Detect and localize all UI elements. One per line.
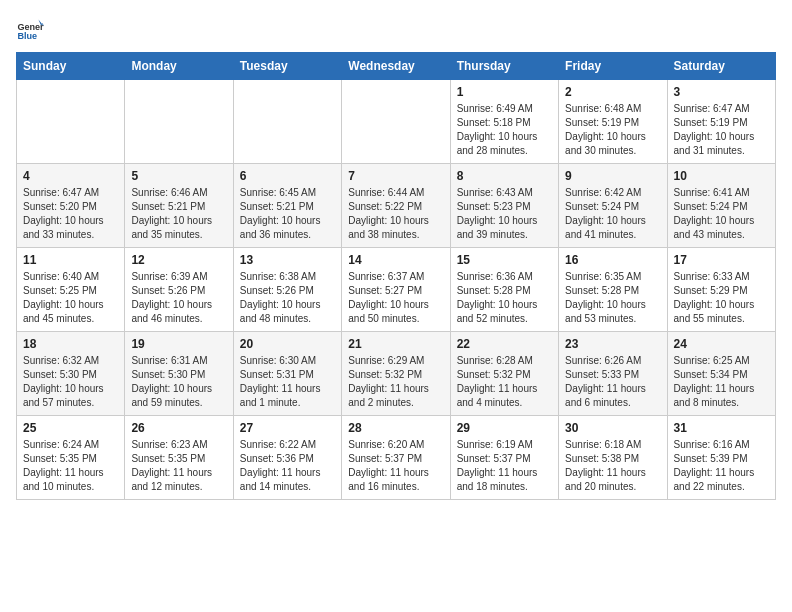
day-number: 22 bbox=[457, 337, 552, 351]
day-number: 24 bbox=[674, 337, 769, 351]
day-info: Sunrise: 6:35 AMSunset: 5:28 PMDaylight:… bbox=[565, 270, 660, 326]
calendar-cell: 5Sunrise: 6:46 AMSunset: 5:21 PMDaylight… bbox=[125, 164, 233, 248]
calendar-cell bbox=[125, 80, 233, 164]
day-info: Sunrise: 6:45 AMSunset: 5:21 PMDaylight:… bbox=[240, 186, 335, 242]
header-monday: Monday bbox=[125, 53, 233, 80]
day-number: 27 bbox=[240, 421, 335, 435]
day-info: Sunrise: 6:32 AMSunset: 5:30 PMDaylight:… bbox=[23, 354, 118, 410]
day-header-row: SundayMondayTuesdayWednesdayThursdayFrid… bbox=[17, 53, 776, 80]
day-number: 2 bbox=[565, 85, 660, 99]
day-info: Sunrise: 6:44 AMSunset: 5:22 PMDaylight:… bbox=[348, 186, 443, 242]
week-row-5: 25Sunrise: 6:24 AMSunset: 5:35 PMDayligh… bbox=[17, 416, 776, 500]
day-number: 18 bbox=[23, 337, 118, 351]
day-number: 15 bbox=[457, 253, 552, 267]
day-info: Sunrise: 6:40 AMSunset: 5:25 PMDaylight:… bbox=[23, 270, 118, 326]
day-number: 8 bbox=[457, 169, 552, 183]
day-info: Sunrise: 6:18 AMSunset: 5:38 PMDaylight:… bbox=[565, 438, 660, 494]
day-info: Sunrise: 6:33 AMSunset: 5:29 PMDaylight:… bbox=[674, 270, 769, 326]
day-info: Sunrise: 6:19 AMSunset: 5:37 PMDaylight:… bbox=[457, 438, 552, 494]
calendar-cell: 14Sunrise: 6:37 AMSunset: 5:27 PMDayligh… bbox=[342, 248, 450, 332]
day-info: Sunrise: 6:47 AMSunset: 5:19 PMDaylight:… bbox=[674, 102, 769, 158]
day-number: 17 bbox=[674, 253, 769, 267]
calendar-cell: 30Sunrise: 6:18 AMSunset: 5:38 PMDayligh… bbox=[559, 416, 667, 500]
calendar-cell: 27Sunrise: 6:22 AMSunset: 5:36 PMDayligh… bbox=[233, 416, 341, 500]
calendar-cell: 10Sunrise: 6:41 AMSunset: 5:24 PMDayligh… bbox=[667, 164, 775, 248]
calendar-cell: 24Sunrise: 6:25 AMSunset: 5:34 PMDayligh… bbox=[667, 332, 775, 416]
day-number: 1 bbox=[457, 85, 552, 99]
calendar-cell: 31Sunrise: 6:16 AMSunset: 5:39 PMDayligh… bbox=[667, 416, 775, 500]
day-info: Sunrise: 6:38 AMSunset: 5:26 PMDaylight:… bbox=[240, 270, 335, 326]
calendar-cell: 29Sunrise: 6:19 AMSunset: 5:37 PMDayligh… bbox=[450, 416, 558, 500]
day-info: Sunrise: 6:48 AMSunset: 5:19 PMDaylight:… bbox=[565, 102, 660, 158]
calendar-cell: 25Sunrise: 6:24 AMSunset: 5:35 PMDayligh… bbox=[17, 416, 125, 500]
calendar-cell: 11Sunrise: 6:40 AMSunset: 5:25 PMDayligh… bbox=[17, 248, 125, 332]
calendar-cell bbox=[342, 80, 450, 164]
week-row-1: 1Sunrise: 6:49 AMSunset: 5:18 PMDaylight… bbox=[17, 80, 776, 164]
day-number: 16 bbox=[565, 253, 660, 267]
calendar-cell: 28Sunrise: 6:20 AMSunset: 5:37 PMDayligh… bbox=[342, 416, 450, 500]
calendar-cell: 8Sunrise: 6:43 AMSunset: 5:23 PMDaylight… bbox=[450, 164, 558, 248]
day-number: 26 bbox=[131, 421, 226, 435]
calendar-cell: 9Sunrise: 6:42 AMSunset: 5:24 PMDaylight… bbox=[559, 164, 667, 248]
calendar-cell: 19Sunrise: 6:31 AMSunset: 5:30 PMDayligh… bbox=[125, 332, 233, 416]
day-number: 6 bbox=[240, 169, 335, 183]
calendar-cell: 23Sunrise: 6:26 AMSunset: 5:33 PMDayligh… bbox=[559, 332, 667, 416]
day-number: 25 bbox=[23, 421, 118, 435]
week-row-4: 18Sunrise: 6:32 AMSunset: 5:30 PMDayligh… bbox=[17, 332, 776, 416]
day-number: 31 bbox=[674, 421, 769, 435]
day-number: 21 bbox=[348, 337, 443, 351]
day-info: Sunrise: 6:42 AMSunset: 5:24 PMDaylight:… bbox=[565, 186, 660, 242]
header-saturday: Saturday bbox=[667, 53, 775, 80]
week-row-3: 11Sunrise: 6:40 AMSunset: 5:25 PMDayligh… bbox=[17, 248, 776, 332]
day-info: Sunrise: 6:43 AMSunset: 5:23 PMDaylight:… bbox=[457, 186, 552, 242]
day-info: Sunrise: 6:25 AMSunset: 5:34 PMDaylight:… bbox=[674, 354, 769, 410]
header-tuesday: Tuesday bbox=[233, 53, 341, 80]
day-number: 13 bbox=[240, 253, 335, 267]
calendar-cell: 21Sunrise: 6:29 AMSunset: 5:32 PMDayligh… bbox=[342, 332, 450, 416]
calendar-cell: 26Sunrise: 6:23 AMSunset: 5:35 PMDayligh… bbox=[125, 416, 233, 500]
calendar-cell: 6Sunrise: 6:45 AMSunset: 5:21 PMDaylight… bbox=[233, 164, 341, 248]
calendar-cell: 18Sunrise: 6:32 AMSunset: 5:30 PMDayligh… bbox=[17, 332, 125, 416]
day-number: 4 bbox=[23, 169, 118, 183]
day-number: 23 bbox=[565, 337, 660, 351]
day-info: Sunrise: 6:24 AMSunset: 5:35 PMDaylight:… bbox=[23, 438, 118, 494]
day-info: Sunrise: 6:26 AMSunset: 5:33 PMDaylight:… bbox=[565, 354, 660, 410]
day-info: Sunrise: 6:23 AMSunset: 5:35 PMDaylight:… bbox=[131, 438, 226, 494]
page-header: General Blue bbox=[16, 16, 776, 44]
day-number: 11 bbox=[23, 253, 118, 267]
day-number: 14 bbox=[348, 253, 443, 267]
calendar-cell: 17Sunrise: 6:33 AMSunset: 5:29 PMDayligh… bbox=[667, 248, 775, 332]
header-wednesday: Wednesday bbox=[342, 53, 450, 80]
day-number: 30 bbox=[565, 421, 660, 435]
header-thursday: Thursday bbox=[450, 53, 558, 80]
day-number: 3 bbox=[674, 85, 769, 99]
day-info: Sunrise: 6:30 AMSunset: 5:31 PMDaylight:… bbox=[240, 354, 335, 410]
day-number: 12 bbox=[131, 253, 226, 267]
calendar-cell: 2Sunrise: 6:48 AMSunset: 5:19 PMDaylight… bbox=[559, 80, 667, 164]
calendar-cell: 15Sunrise: 6:36 AMSunset: 5:28 PMDayligh… bbox=[450, 248, 558, 332]
day-info: Sunrise: 6:41 AMSunset: 5:24 PMDaylight:… bbox=[674, 186, 769, 242]
logo-icon: General Blue bbox=[16, 16, 44, 44]
calendar-cell: 16Sunrise: 6:35 AMSunset: 5:28 PMDayligh… bbox=[559, 248, 667, 332]
day-number: 20 bbox=[240, 337, 335, 351]
day-number: 19 bbox=[131, 337, 226, 351]
calendar-cell: 1Sunrise: 6:49 AMSunset: 5:18 PMDaylight… bbox=[450, 80, 558, 164]
day-number: 5 bbox=[131, 169, 226, 183]
header-sunday: Sunday bbox=[17, 53, 125, 80]
calendar-cell bbox=[17, 80, 125, 164]
day-info: Sunrise: 6:22 AMSunset: 5:36 PMDaylight:… bbox=[240, 438, 335, 494]
calendar-cell bbox=[233, 80, 341, 164]
calendar-cell: 3Sunrise: 6:47 AMSunset: 5:19 PMDaylight… bbox=[667, 80, 775, 164]
day-info: Sunrise: 6:31 AMSunset: 5:30 PMDaylight:… bbox=[131, 354, 226, 410]
calendar-cell: 12Sunrise: 6:39 AMSunset: 5:26 PMDayligh… bbox=[125, 248, 233, 332]
day-number: 29 bbox=[457, 421, 552, 435]
day-info: Sunrise: 6:20 AMSunset: 5:37 PMDaylight:… bbox=[348, 438, 443, 494]
calendar-cell: 4Sunrise: 6:47 AMSunset: 5:20 PMDaylight… bbox=[17, 164, 125, 248]
day-number: 10 bbox=[674, 169, 769, 183]
calendar-cell: 13Sunrise: 6:38 AMSunset: 5:26 PMDayligh… bbox=[233, 248, 341, 332]
day-number: 28 bbox=[348, 421, 443, 435]
day-info: Sunrise: 6:39 AMSunset: 5:26 PMDaylight:… bbox=[131, 270, 226, 326]
logo: General Blue bbox=[16, 16, 48, 44]
calendar-table: SundayMondayTuesdayWednesdayThursdayFrid… bbox=[16, 52, 776, 500]
day-info: Sunrise: 6:36 AMSunset: 5:28 PMDaylight:… bbox=[457, 270, 552, 326]
